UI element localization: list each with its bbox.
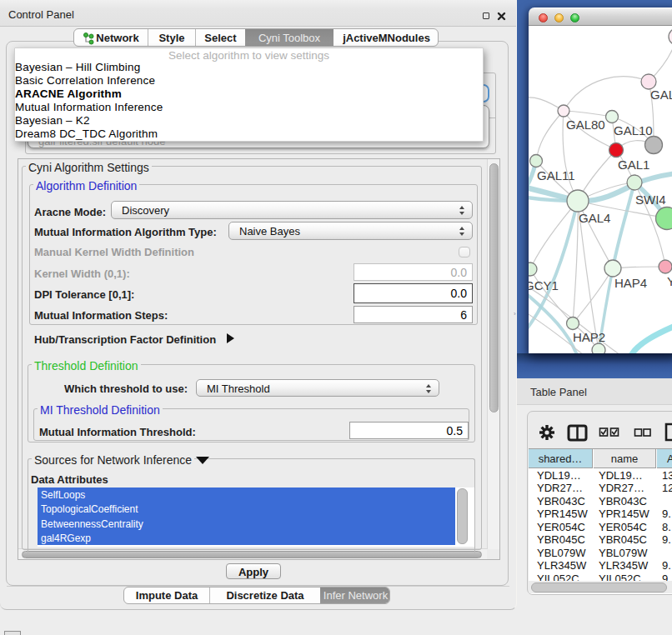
svg-text:GAL11: GAL11 <box>537 168 575 182</box>
svg-text:HAP2: HAP2 <box>573 330 605 344</box>
svg-text:GAL7: GAL7 <box>650 88 672 102</box>
svg-text:GAL1: GAL1 <box>618 158 649 172</box>
svg-text:SWI4: SWI4 <box>635 192 666 207</box>
svg-text:YJ: YJ <box>667 274 672 288</box>
svg-text:GCY1: GCY1 <box>529 278 559 292</box>
svg-text:HAP4: HAP4 <box>614 276 647 290</box>
svg-text:GAL4: GAL4 <box>579 211 610 225</box>
svg-text:GAL10: GAL10 <box>614 123 653 138</box>
svg-text:GAL80: GAL80 <box>566 118 605 132</box>
